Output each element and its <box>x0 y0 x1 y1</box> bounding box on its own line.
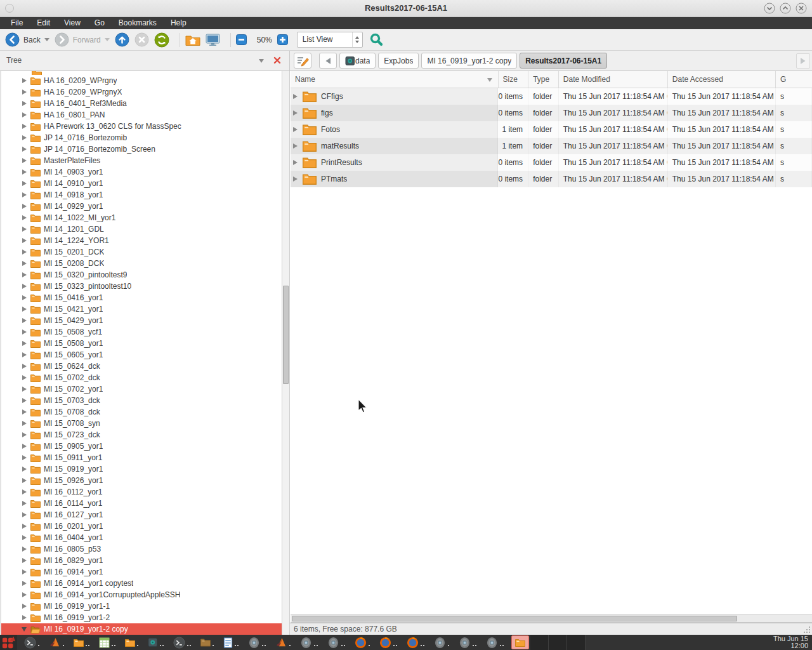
tree-item[interactable]: MI 15_0919_yor1 <box>1 463 282 475</box>
task-app[interactable] <box>484 635 506 650</box>
expand-arrow-icon[interactable] <box>22 215 27 220</box>
close-button[interactable] <box>796 3 807 14</box>
task-drive[interactable] <box>146 635 166 650</box>
active-window-task[interactable] <box>511 635 529 649</box>
expand-arrow-icon[interactable] <box>22 181 27 186</box>
tree-close-icon[interactable] <box>273 56 281 66</box>
expand-arrow-icon[interactable] <box>22 375 27 380</box>
forward-history-dropdown-icon[interactable] <box>105 38 110 41</box>
tree-item[interactable]: MI 15_0702_yor1 <box>1 383 282 395</box>
edit-path-button[interactable] <box>294 53 311 69</box>
expand-arrow-icon[interactable] <box>22 204 27 209</box>
task-firefox[interactable] <box>353 635 372 650</box>
forward-button[interactable]: Forward <box>55 32 110 47</box>
menu-bookmarks[interactable]: Bookmarks <box>112 17 164 29</box>
path-crumb-2[interactable]: MI 16_0919_yor1-2 copy <box>421 53 517 69</box>
expand-arrow-icon[interactable] <box>22 512 27 517</box>
tree-item[interactable]: MI 15_0323_pintooltest10 <box>1 281 282 292</box>
tree-item[interactable]: MI 15_0911_yor1 <box>1 452 282 463</box>
expand-arrow-icon[interactable] <box>22 409 27 415</box>
tree-item[interactable]: HA 16_0209_WPrgnyX <box>1 86 282 98</box>
minimize-button[interactable] <box>764 3 775 14</box>
file-row[interactable]: PrintResults0 itemsfolderThu 15 Jun 2017… <box>291 154 812 171</box>
task-folder-brown[interactable] <box>199 635 216 650</box>
stop-button[interactable] <box>134 32 149 47</box>
expand-arrow-icon[interactable] <box>22 352 27 357</box>
tree-item[interactable]: MI 16_0914_yor1 <box>1 566 282 578</box>
workspace-cell[interactable] <box>530 635 549 650</box>
tree-scrollbar[interactable] <box>282 71 290 635</box>
task-writer[interactable] <box>221 635 240 650</box>
tree-item[interactable]: MI 16_0919_yor1-2 <box>1 612 282 623</box>
path-scroll-right-button[interactable] <box>796 53 810 69</box>
expand-arrow-icon[interactable] <box>22 329 27 335</box>
tree-item[interactable]: HA Prework 13_0620 CLS for MassSpec <box>1 121 282 132</box>
expand-arrow-icon[interactable] <box>22 90 27 95</box>
tree-item[interactable]: MI 16_0829_yor1 <box>1 555 282 566</box>
tree-item[interactable]: MI 16_0127_yor1 <box>1 509 282 521</box>
maximize-button[interactable] <box>780 3 791 14</box>
expand-arrow-icon[interactable] <box>293 176 298 182</box>
expand-arrow-icon[interactable] <box>22 467 27 472</box>
horizontal-scrollbar-thumb[interactable] <box>292 616 737 621</box>
expand-arrow-icon[interactable] <box>22 398 27 403</box>
column-header-type[interactable]: Type <box>528 71 559 88</box>
expand-arrow-icon[interactable] <box>22 318 27 323</box>
tree-item[interactable]: MI 16_0914_yor1 copytest <box>1 578 282 589</box>
expand-arrow-icon[interactable] <box>22 227 27 232</box>
expand-arrow-icon[interactable] <box>22 569 27 574</box>
expand-arrow-icon[interactable] <box>22 421 27 426</box>
expand-arrow-icon[interactable] <box>22 238 27 243</box>
back-button[interactable]: Back <box>5 32 49 47</box>
expand-arrow-icon[interactable] <box>22 387 27 392</box>
expand-arrow-icon[interactable] <box>22 295 27 300</box>
expand-arrow-icon[interactable] <box>22 284 27 289</box>
task-app[interactable] <box>432 635 451 650</box>
tree-scrollbar-thumb[interactable] <box>283 286 289 384</box>
file-row[interactable]: figs0 itemsfolderThu 15 Jun 2017 11:18:5… <box>291 105 812 121</box>
expand-arrow-icon[interactable] <box>22 547 27 552</box>
task-folder[interactable] <box>123 635 140 650</box>
horizontal-scrollbar[interactable] <box>291 614 812 623</box>
expand-arrow-icon[interactable] <box>293 160 298 165</box>
tree-item[interactable]: MI 16_0914_yor1CorrupuptedAppleSSH <box>1 589 282 600</box>
path-crumb-1[interactable]: ExpJobs <box>378 53 419 69</box>
tree-item[interactable]: MI 14_1224_YOR1 <box>1 235 282 246</box>
tree-item[interactable]: MI 14_0910_yor1 <box>1 178 282 189</box>
tree-item[interactable]: MI 15_0926_yor1 <box>1 475 282 486</box>
task-firefox[interactable] <box>405 635 426 650</box>
workspace-cell[interactable] <box>549 635 567 650</box>
expand-arrow-icon[interactable] <box>22 501 27 506</box>
tree-item[interactable]: MI 16_0114_yor1 <box>1 498 282 509</box>
file-row[interactable]: Fotos1 itemfolderThu 15 Jun 2017 11:18:5… <box>291 121 812 138</box>
expand-arrow-icon[interactable] <box>22 147 27 152</box>
path-crumb-0[interactable]: data <box>339 53 376 69</box>
expand-arrow-icon[interactable] <box>22 192 27 197</box>
tree-item[interactable]: MI 14_0918_yor1 <box>1 189 282 201</box>
menu-file[interactable]: File <box>4 17 30 29</box>
expand-arrow-icon[interactable] <box>22 169 27 175</box>
tree-item[interactable]: MI 15_0723_dck <box>1 429 282 441</box>
menu-edit[interactable]: Edit <box>30 17 57 29</box>
expand-arrow-icon[interactable] <box>22 101 27 106</box>
tree-item[interactable]: MI 15_0708_dck <box>1 406 282 418</box>
tree-item[interactable]: MI 15_0421_yor1 <box>1 303 282 315</box>
zoom-out-button[interactable] <box>236 34 247 45</box>
task-app[interactable] <box>325 635 347 650</box>
task-calc[interactable] <box>97 635 117 650</box>
expand-arrow-icon[interactable] <box>22 581 27 586</box>
expand-arrow-icon[interactable] <box>22 307 27 312</box>
back-history-dropdown-icon[interactable] <box>44 38 49 41</box>
column-header-name[interactable]: Name <box>291 71 499 88</box>
task-app[interactable] <box>298 635 320 650</box>
expand-arrow-icon[interactable] <box>22 444 27 449</box>
expand-arrow-icon[interactable] <box>293 143 298 149</box>
column-header-g[interactable]: G <box>776 71 812 88</box>
task-terminal[interactable] <box>22 635 41 650</box>
path-scroll-left-button[interactable] <box>319 53 337 69</box>
expand-arrow-icon[interactable] <box>22 455 27 460</box>
task-app[interactable] <box>246 635 268 650</box>
home-button[interactable] <box>185 34 200 46</box>
tree-item[interactable]: MasterPlateFiles <box>1 155 282 166</box>
expand-arrow-icon[interactable] <box>22 272 27 277</box>
